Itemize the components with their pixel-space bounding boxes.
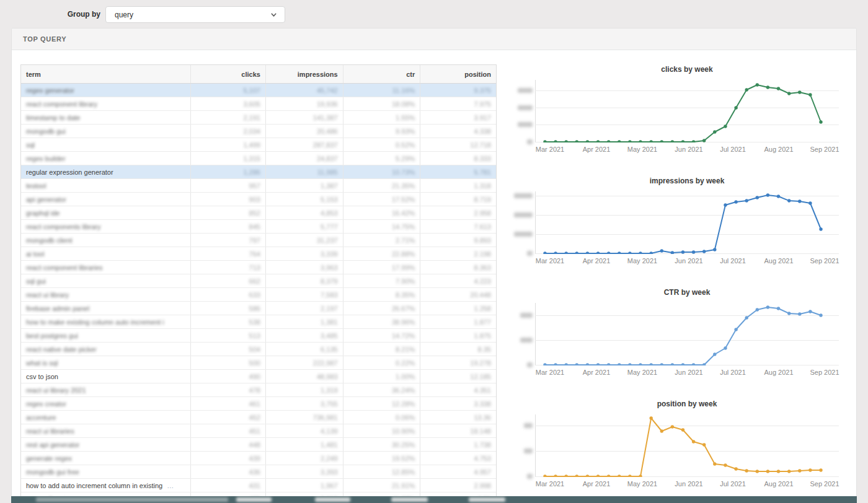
value-cell: 1,286 bbox=[191, 165, 266, 178]
x-axis-tick-label: Jul 2021 bbox=[720, 257, 746, 265]
value-cell: 18.148 bbox=[420, 424, 496, 437]
value-cell: 461 bbox=[191, 397, 266, 410]
table-row[interactable]: sql gui6628,3797.90%4.223 bbox=[21, 274, 496, 288]
table-header-row: termclicksimpressionsctrposition bbox=[21, 65, 496, 84]
term-cell: csv to json bbox=[21, 370, 191, 383]
table-row[interactable]: rest api generator4481,48130.25%1.738 bbox=[21, 438, 496, 452]
value-cell: 20.448 bbox=[420, 288, 496, 301]
table-row[interactable]: sql1,499287,8370.52%12.718 bbox=[21, 138, 496, 152]
term-cell: react component libraries bbox=[21, 261, 191, 274]
value-cell: 1,387 bbox=[266, 179, 343, 192]
table-row[interactable]: react ui library6337,5838.35%20.448 bbox=[21, 288, 496, 302]
value-cell: 5.781 bbox=[420, 165, 496, 178]
table-row[interactable]: how to make existing column auto increme… bbox=[21, 315, 496, 329]
y-axis-label-redacted bbox=[520, 338, 533, 343]
table-row[interactable]: graphql ide8524,85316.42%2.958 bbox=[21, 206, 496, 220]
column-header-term: term bbox=[21, 65, 191, 83]
column-header-position: position bbox=[420, 65, 496, 83]
table-row[interactable]: timestamp to date2,191141,3871.55%3.917 bbox=[21, 111, 496, 125]
term-cell: firebase admin panel bbox=[21, 302, 191, 315]
group-by-select[interactable]: query bbox=[105, 6, 285, 23]
table-row[interactable]: ai tool7643,33922.88%2.198 bbox=[21, 247, 496, 261]
value-cell: 4,139 bbox=[266, 424, 343, 437]
x-axis-labels: Mar 2021Apr 2021May 2021Jun 2021Jul 2021… bbox=[535, 146, 839, 154]
x-axis-tick-label: Mar 2021 bbox=[536, 257, 564, 265]
table-row[interactable]: mongodb gui2,03420,4869.93%4.338 bbox=[21, 125, 496, 138]
table-row[interactable]: react native date picker5046,1358.21%8.3… bbox=[21, 343, 496, 356]
value-cell: 538 bbox=[191, 315, 266, 328]
table-row[interactable]: mongodb gui free4363,39312.85%4.957 bbox=[21, 465, 496, 479]
table-row[interactable]: react components library8455,77714.75%7.… bbox=[21, 220, 496, 234]
table-row[interactable]: react component library3,60519,93618.08%… bbox=[21, 97, 496, 111]
term-cell: sql bbox=[21, 138, 191, 151]
table-row[interactable]: testool9571,38721.35%1.318 bbox=[21, 179, 496, 193]
footer-redacted-blob bbox=[236, 497, 272, 502]
table-row[interactable]: what is sql500222,9870.22%19.278 bbox=[21, 356, 496, 370]
value-cell: 30.25% bbox=[343, 438, 421, 451]
value-cell: 38.96% bbox=[343, 315, 421, 328]
query-table: termclicksimpressionsctrposition regex g… bbox=[20, 64, 497, 503]
table-row[interactable]: how to add auto increment column in exis… bbox=[21, 479, 496, 492]
value-cell: 8.21% bbox=[343, 343, 421, 356]
x-axis-tick-label: Aug 2021 bbox=[764, 146, 793, 153]
value-cell: 4,853 bbox=[266, 206, 343, 219]
value-cell: 504 bbox=[191, 343, 266, 356]
footer-bar bbox=[11, 496, 857, 503]
table-row[interactable]: regular expression generator1,28611,9851… bbox=[21, 165, 496, 179]
table-row[interactable]: accenture452736,9810.06%13.36 bbox=[21, 411, 496, 424]
table-row[interactable]: firebase admin panel5862,19726.67%1.258 bbox=[21, 302, 496, 315]
value-cell: 431 bbox=[191, 479, 266, 492]
value-cell: 5.29% bbox=[343, 152, 421, 165]
x-axis-tick-label: Mar 2021 bbox=[536, 146, 564, 153]
table-row[interactable]: best postgres gui5133,48514.72%1.875 bbox=[21, 329, 496, 343]
value-cell: 48,983 bbox=[266, 370, 343, 383]
chart-title: CTR by week bbox=[535, 288, 839, 297]
x-axis-tick-label: Jun 2021 bbox=[675, 146, 702, 153]
term-cell: react native date picker bbox=[21, 343, 191, 356]
chart-position-by-week: position by weekMar 2021Apr 2021May 2021… bbox=[516, 400, 839, 503]
table-row[interactable]: react ui libraries4514,13910.90%18.148 bbox=[21, 424, 496, 438]
table-row[interactable]: csv to json49048,9831.00%12.185 bbox=[21, 370, 496, 383]
value-cell: 2.958 bbox=[420, 206, 496, 219]
table-row[interactable]: generate regex4392,24919.52%4.753 bbox=[21, 452, 496, 465]
value-cell: 478 bbox=[191, 383, 266, 396]
value-cell: 7.613 bbox=[420, 220, 496, 233]
x-axis-tick-label: Jul 2021 bbox=[720, 146, 746, 153]
x-axis-tick-label: Apr 2021 bbox=[583, 480, 611, 488]
term-cell: react ui library 2021 bbox=[21, 383, 191, 396]
value-cell: 764 bbox=[191, 247, 266, 260]
x-axis-tick-label: Apr 2021 bbox=[583, 369, 611, 376]
panel-title: TOP QUERY bbox=[23, 35, 66, 43]
table-row[interactable]: regex creator4613,75512.28%3.338 bbox=[21, 397, 496, 411]
value-cell: 845 bbox=[191, 220, 266, 233]
term-cell: react component library bbox=[21, 97, 191, 110]
term-cell: graphql ide bbox=[21, 206, 191, 219]
value-cell: 4.223 bbox=[420, 274, 496, 287]
table-row[interactable]: regex generator5,10745,74211.16%9.375 bbox=[21, 84, 496, 97]
table-row[interactable]: react component libraries7133,96317.99%8… bbox=[21, 261, 496, 274]
x-axis-tick-label: May 2021 bbox=[627, 146, 657, 153]
term-cell: sql gui bbox=[21, 274, 191, 287]
footer-redacted-blob bbox=[315, 497, 350, 502]
term-cell: mongodb client bbox=[21, 234, 191, 247]
term-cell: testool bbox=[21, 179, 191, 192]
footer-redacted-blob bbox=[469, 497, 505, 502]
x-axis-labels: Mar 2021Apr 2021May 2021Jun 2021Jul 2021… bbox=[535, 369, 839, 377]
value-cell: 45,742 bbox=[266, 84, 343, 97]
table-row[interactable]: regex builder1,31524,8375.29%8.333 bbox=[21, 152, 496, 165]
value-cell: 8.363 bbox=[420, 261, 496, 274]
y-axis-label-redacted bbox=[518, 122, 533, 127]
x-axis-tick-label: Aug 2021 bbox=[764, 257, 793, 265]
value-cell: 14.72% bbox=[343, 329, 421, 342]
value-cell: 5,107 bbox=[191, 84, 266, 97]
value-cell: 3,393 bbox=[266, 465, 343, 478]
value-cell: 8.35 bbox=[420, 343, 496, 356]
value-cell: 1,381 bbox=[266, 315, 343, 328]
x-axis-tick-label: Jul 2021 bbox=[720, 369, 746, 376]
table-row[interactable]: api generator9035,15317.52%8.719 bbox=[21, 193, 496, 206]
table-row[interactable]: mongodb client79731,2372.71%9.893 bbox=[21, 234, 496, 247]
value-cell: 4.351 bbox=[420, 383, 496, 396]
value-cell: 2,197 bbox=[266, 302, 343, 315]
y-axis-label-redacted bbox=[527, 139, 533, 144]
table-row[interactable]: react ui library 20214781,31936.24%4.351 bbox=[21, 383, 496, 397]
